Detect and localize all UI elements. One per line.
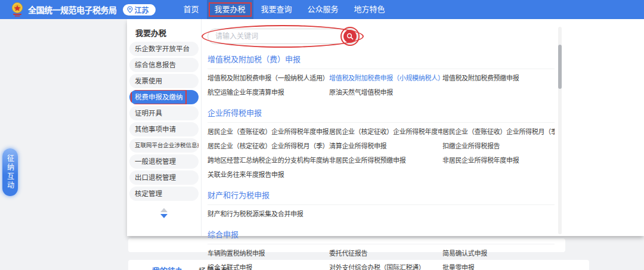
menu-link[interactable]: 原油天然气增值税申报 (329, 89, 393, 96)
menu-link[interactable]: 航空运输企业年度清算申报 (208, 89, 284, 96)
menu-link-cell: 综合关联式申报 (208, 262, 329, 270)
menu-link[interactable]: 非居民企业所得税年度申报 (442, 157, 519, 164)
bottom-tab-我的待办[interactable]: 我的待办 (152, 265, 183, 270)
sidebar-items: 乐企数字开放平台综合信息报告发票使用税费申报及缴纳证明开具其他事项申请互联网平台… (127, 42, 201, 201)
menu-link[interactable]: 委托代征报告 (329, 250, 367, 257)
section-title: 综合申报 (208, 228, 555, 244)
menu-section: 增值税及附加税（费）申报增值税及附加税费申报（一般纳税人适用）增值税及附加税费申… (208, 53, 555, 98)
menu-link-row: 综合关联式申报对外支付综合办税（国际汇税通）批量零申报 (208, 262, 555, 270)
menu-link-cell: 居民企业（核定征收）企业所得税月（季）度... (208, 141, 329, 151)
nav-item-地方特色[interactable]: 地方特色 (346, 0, 393, 19)
menu-link-cell: 对外支付综合办税（国际汇税通） (329, 262, 442, 270)
search-button[interactable] (343, 30, 357, 43)
sidebar-item-其他事项申请[interactable]: 其他事项申请 (129, 122, 199, 136)
site-title: 全国统一规范电子税务局 (28, 4, 117, 15)
menu-link-cell: 扣缴企业所得税报告 (442, 141, 555, 151)
region-label: 江苏 (135, 5, 149, 15)
menu-link[interactable]: 居民企业（核定征收）企业所得税年度申报 (329, 128, 442, 135)
top-header: 全国统一规范电子税务局 江苏 首页我要办税我要查询公众服务地方特色 (0, 0, 644, 19)
sidebar-title: 我要办税 (135, 27, 194, 38)
sidebar-item-综合信息报告[interactable]: 综合信息报告 (129, 58, 199, 72)
tax-bureau-emblem-icon (11, 2, 24, 17)
menu-link[interactable]: 关联业务往来年度报告申报 (208, 171, 284, 178)
menu-link[interactable]: 增值税及附加税费预缴申报 (442, 75, 519, 82)
menu-link[interactable]: 扣缴企业所得税报告 (442, 142, 500, 150)
sidebar-item-出口退税管理[interactable]: 出口退税管理 (129, 170, 199, 185)
menu-link-cell: 跨地区经营汇总纳税企业的分支机构年度纳税... (208, 155, 329, 166)
nav-item-公众服务[interactable]: 公众服务 (300, 0, 346, 19)
location-pin-icon (127, 6, 133, 13)
menu-link[interactable]: 综合关联式申报 (208, 264, 252, 270)
scrollbar-thumb[interactable] (558, 45, 562, 89)
sidebar-item-乐企数字开放平台[interactable]: 乐企数字开放平台 (129, 42, 199, 56)
menu-link-cell: 财产和行为税税源采集及合并申报 (208, 209, 329, 219)
sidebar-item-发票使用[interactable]: 发票使用 (129, 74, 199, 88)
menu-link[interactable]: 清算企业所得税申报 (329, 142, 386, 150)
menu-link-cell: 居民企业（查账征收）企业所得税月（季）度... (442, 126, 555, 137)
search-area (208, 29, 358, 44)
menu-link-cell: 关联业务往来年度报告申报 (208, 169, 329, 180)
sidebar-item-核定管理[interactable]: 核定管理 (129, 187, 199, 201)
nav-item-我要办税[interactable]: 我要办税 (207, 0, 253, 19)
menu-link[interactable]: 批量零申报 (442, 264, 475, 270)
menu-link[interactable]: 对外支付综合办税（国际汇税通） (329, 264, 425, 270)
panel-scrollbar[interactable] (558, 27, 562, 234)
chevron-up-icon[interactable] (160, 208, 168, 212)
sidebar-item-证明开具[interactable]: 证明开具 (129, 106, 199, 120)
menu-link[interactable]: 跨地区经营汇总纳税企业的分支机构年度纳税... (208, 157, 329, 164)
menu-section: 财产和行为税申报财产和行为税税源采集及合并申报 (208, 189, 555, 219)
menu-link-row: 居民企业（查账征收）企业所得税年度申报居民企业（核定征收）企业所得税年度申报居民… (208, 126, 555, 137)
menu-link-row: 财产和行为税税源采集及合并申报 (208, 209, 555, 219)
menu-link-cell: 增值税及附加税费申报（一般纳税人适用） (208, 73, 329, 83)
menu-section: 综合申报车辆购置税纳税申报委托代征报告简易确认式申报综合关联式申报对外支付综合办… (208, 228, 555, 270)
menu-link-cell: 非居民企业所得税年度申报 (442, 155, 555, 166)
section-title: 企业所得税申报 (208, 107, 555, 123)
menu-link-cell: 批量零申报 (442, 262, 555, 270)
menu-link[interactable]: 增值税及附加税费申报（一般纳税人适用） (208, 75, 329, 82)
menu-link[interactable]: 车辆购置税纳税申报 (208, 250, 265, 257)
menu-link-cell: 增值税及附加税费预缴申报 (442, 73, 555, 83)
menu-link-row: 居民企业（核定征收）企业所得税月（季）度...清算企业所得税申报扣缴企业所得税报… (208, 141, 555, 151)
section-title: 财产和行为税申报 (208, 189, 555, 205)
sidebar-scroll-arrows (127, 208, 201, 218)
menu-section: 企业所得税申报居民企业（查账征收）企业所得税年度申报居民企业（核定征收）企业所得… (208, 107, 555, 180)
menu-link[interactable]: 财产和行为税税源采集及合并申报 (208, 210, 304, 218)
main-nav: 首页我要办税我要查询公众服务地方特色 (176, 0, 393, 19)
nav-item-首页[interactable]: 首页 (176, 0, 207, 19)
sidebar-item-税费申报及缴纳[interactable]: 税费申报及缴纳 (129, 90, 199, 104)
search-input[interactable] (208, 29, 358, 44)
menu-link-row: 增值税及附加税费申报（一般纳税人适用）增值税及附加税费申报（小规模纳税人）增值税… (208, 73, 555, 83)
menu-link-cell: 简易确认式申报 (442, 248, 555, 259)
menu-content: 增值税及附加税（费）申报增值税及附加税费申报（一般纳税人适用）增值税及附加税费申… (208, 19, 555, 270)
page: 全国统一规范电子税务局 江苏 首页我要办税我要查询公众服务地方特色 征纳互动 我… (0, 0, 644, 270)
menu-link-row: 车辆购置税纳税申报委托代征报告简易确认式申报 (208, 248, 555, 259)
mega-menu-panel: 我要办税 乐企数字开放平台综合信息报告发票使用税费申报及缴纳证明开具其他事项申请… (127, 19, 644, 236)
sidebar-item-一般退税管理[interactable]: 一般退税管理 (129, 154, 199, 169)
menu-link-cell: 车辆购置税纳税申报 (208, 248, 329, 259)
nav-item-我要查询[interactable]: 我要查询 (253, 0, 300, 19)
sidebar-item-互联网平台企业涉税信息报送[interactable]: 互联网平台企业涉税信息报送 (129, 138, 199, 153)
menu-link[interactable]: 增值税及附加税费申报（小规模纳税人） (329, 73, 442, 83)
menu-link[interactable]: 居民企业（查账征收）企业所得税月（季）度... (442, 128, 555, 135)
menu-sidebar: 我要办税 乐企数字开放平台综合信息报告发票使用税费申报及缴纳证明开具其他事项申请… (127, 19, 202, 236)
menu-link-cell: 居民企业（核定征收）企业所得税年度申报 (329, 126, 442, 137)
menu-link-row: 航空运输企业年度清算申报原油天然气增值税申报 (208, 87, 555, 98)
chevron-down-icon[interactable] (160, 214, 168, 218)
menu-link[interactable]: 非居民企业所得税预缴申报 (329, 157, 405, 164)
menu-sections: 增值税及附加税（费）申报增值税及附加税费申报（一般纳税人适用）增值税及附加税费申… (208, 53, 555, 270)
menu-link-row: 关联业务往来年度报告申报 (208, 169, 555, 180)
interaction-floating-tab[interactable]: 征纳互动 (2, 148, 18, 196)
menu-link-row: 跨地区经营汇总纳税企业的分支机构年度纳税...非居民企业所得税预缴申报非居民企业… (208, 155, 555, 166)
menu-link-cell: 原油天然气增值税申报 (329, 87, 442, 98)
menu-link-cell: 航空运输企业年度清算申报 (208, 87, 329, 98)
section-title: 增值税及附加税（费）申报 (208, 53, 555, 69)
menu-link-cell: 委托代征报告 (329, 248, 442, 259)
menu-link-cell: 非居民企业所得税预缴申报 (329, 155, 442, 166)
menu-link-cell: 清算企业所得税申报 (329, 141, 442, 151)
menu-link[interactable]: 居民企业（核定征收）企业所得税月（季）度... (208, 142, 329, 150)
search-icon (346, 33, 354, 40)
region-selector[interactable]: 江苏 (123, 4, 156, 15)
menu-link[interactable]: 简易确认式申报 (442, 250, 487, 257)
menu-link-cell: 居民企业（查账征收）企业所得税年度申报 (208, 126, 329, 137)
menu-link[interactable]: 居民企业（查账征收）企业所得税年度申报 (208, 128, 329, 135)
